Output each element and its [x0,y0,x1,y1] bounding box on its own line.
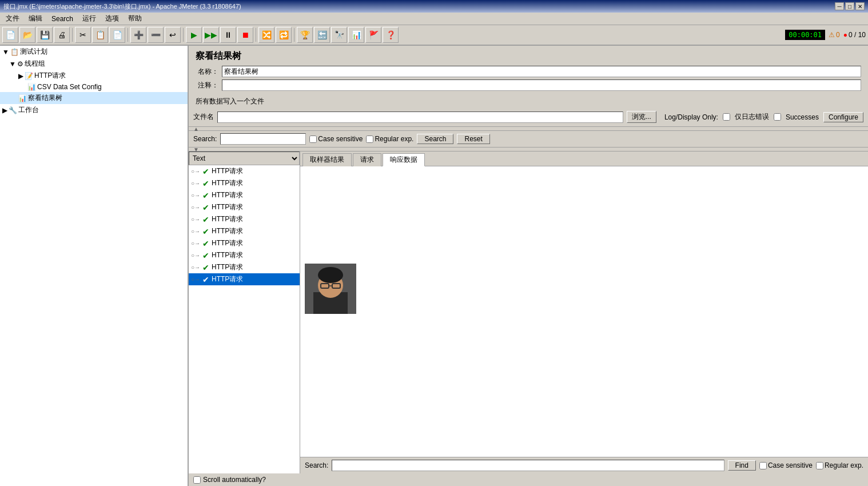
menu-search[interactable]: Search [48,14,77,24]
toolbar-toggle[interactable]: 🔀 [258,27,274,43]
timer-box: 00:00:01 [785,30,825,40]
entry-label-0: HTTP请求 [212,166,243,176]
error-count: 0 / 10 [849,31,866,39]
minimize-btn[interactable]: ─ [835,2,844,10]
list-item[interactable]: ○→ ✔ HTTP请求 [189,261,300,273]
name-input[interactable] [222,66,861,77]
case-sensitive-checkbox[interactable] [309,136,317,143]
tree-item-thread-group[interactable]: ▼ ⚙ 线程组 [0,58,188,70]
bottom-case-sensitive-checkbox[interactable] [759,462,767,469]
list-item[interactable]: ○→ ✔ HTTP请求 [189,165,300,177]
search-row: Search: Case sensitive Regular exp. Sear… [189,131,868,147]
expand-icon-wb[interactable]: ▶ [2,106,7,114]
tree-icon-csv: 📊 [27,83,36,91]
list-item[interactable]: ○→ ✔ HTTP请求 [189,249,300,261]
menu-options[interactable]: 选项 [102,13,122,25]
successes-checkbox[interactable] [774,113,781,121]
entry-arrow-2: ○→ [191,192,200,198]
maximize-btn[interactable]: □ [845,2,854,10]
error-icon: ● [843,31,847,39]
filename-input[interactable] [217,111,623,123]
list-type-select[interactable]: Text [189,152,300,165]
reset-button[interactable]: Reset [457,134,489,144]
toolbar-telescope[interactable]: 🔭 [331,27,347,43]
toolbar-save[interactable]: 💾 [37,27,53,43]
find-button[interactable]: Find [728,460,756,471]
close-btn[interactable]: ✕ [855,2,865,10]
search-button[interactable]: Search [417,134,453,144]
toolbar-undo[interactable]: ↩ [165,27,181,43]
tree-icon-workbench: 🔧 [9,106,17,114]
title-bar: 接口.jmx (E:\jmeters\apache-jmeter-3.3\bin… [0,0,868,13]
expand-icon[interactable]: ▼ [2,48,9,56]
list-item[interactable]: ○→ ✔ HTTP请求 [189,201,300,213]
tab-request[interactable]: 请求 [353,153,381,166]
expand-icon-http[interactable]: ▶ [18,72,23,80]
toolbar-chart[interactable]: 📊 [348,27,364,43]
entry-arrow-4: ○→ [191,216,200,222]
toolbar-new[interactable]: 📄 [2,27,18,43]
toolbar-start[interactable]: ▶ [186,27,202,43]
regular-exp-checkbox[interactable] [366,136,373,143]
list-item[interactable]: ○→ ✔ HTTP请求 [189,213,300,225]
tree-label-workbench: 工作台 [18,105,39,115]
toolbar-stop[interactable]: ⏹ [237,27,253,43]
tree-item-workbench[interactable]: ▶ 🔧 工作台 [0,104,188,116]
list-item[interactable]: ○→ ✔ HTTP请求 [189,189,300,201]
toolbar-open[interactable]: 📂 [19,27,35,43]
toolbar-back[interactable]: 🔙 [314,27,330,43]
entry-status-1: ✔ [202,179,209,188]
tree-item-http-request[interactable]: ▶ 📝 HTTP请求 [0,70,188,82]
bottom-search-label: Search: [305,461,328,469]
toolbar-cut[interactable]: ✂ [75,27,91,43]
menu-edit[interactable]: 编辑 [25,13,46,25]
error-badge: ● 0 / 10 [843,31,866,39]
expand-icon-thread[interactable]: ▼ [9,60,16,68]
menu-help[interactable]: 帮助 [125,13,145,25]
toolbar-flag[interactable]: 🚩 [365,27,381,43]
toolbar-add[interactable]: ➕ [130,27,146,43]
toolbar-remove[interactable]: ➖ [148,27,164,43]
tree-label-http-request: HTTP请求 [34,71,66,81]
tab-response-data[interactable]: 响应数据 [383,153,425,166]
toolbar-start-no-pause[interactable]: ▶▶ [203,27,219,43]
configure-button[interactable]: Configure [823,112,863,122]
tree-icon-thread-group: ⚙ [17,60,23,68]
list-panel: Text ○→ ✔ HTTP请求 ○→ ✔ HTTP请求 ○→ ✔ H [189,152,300,473]
toolbar-copy[interactable]: 📋 [92,27,108,43]
title-bar-controls[interactable]: ─ □ ✕ [835,2,865,10]
tree-item-test-plan[interactable]: ▼ 📋 测试计划 [0,46,188,58]
toolbar-pause[interactable]: ⏸ [220,27,236,43]
name-row: 名称： [196,66,861,77]
tab-bar: 取样器结果 请求 响应数据 [300,152,868,166]
filename-label: 文件名 [193,112,214,122]
entry-status-7: ✔ [202,251,209,260]
menu-file[interactable]: 文件 [2,13,23,25]
toolbar-sep-5 [294,28,294,42]
bottom-regular-exp-checkbox[interactable] [816,462,823,469]
toolbar-paste[interactable]: 📄 [109,27,125,43]
toolbar-help[interactable]: ❓ [383,27,399,43]
bottom-search-input[interactable] [332,460,724,471]
toolbar-clear[interactable]: 🔁 [276,27,292,43]
tree-item-result-tree[interactable]: 📊 察看结果树 [0,92,188,104]
toolbar-trophy[interactable]: 🏆 [297,27,313,43]
list-item[interactable]: ○→ ✔ HTTP请求 [189,225,300,237]
search-input[interactable] [220,133,306,145]
tab-sampler-result[interactable]: 取样器结果 [302,153,352,166]
list-item[interactable]: ○→ ✔ HTTP请求 [189,177,300,189]
toolbar-saveas[interactable]: 🖨 [54,27,70,43]
tree-label-result: 察看结果树 [28,93,62,103]
browse-button[interactable]: 浏览... [627,111,656,123]
list-item-selected[interactable]: ○→ ✔ HTTP请求 [189,273,300,285]
comment-input[interactable] [222,79,861,91]
list-item[interactable]: ○→ ✔ HTTP请求 [189,237,300,249]
tree-item-csv[interactable]: 📊 CSV Data Set Config [0,82,188,92]
regular-exp-text: Regular exp. [375,135,413,143]
entry-label-6: HTTP请求 [212,238,243,248]
menu-run[interactable]: 运行 [79,13,99,25]
scroll-auto-checkbox[interactable] [193,476,201,484]
errors-checkbox[interactable] [723,113,730,121]
entry-status-2: ✔ [202,191,209,200]
bottom-case-sensitive: Case sensitive [759,461,813,469]
